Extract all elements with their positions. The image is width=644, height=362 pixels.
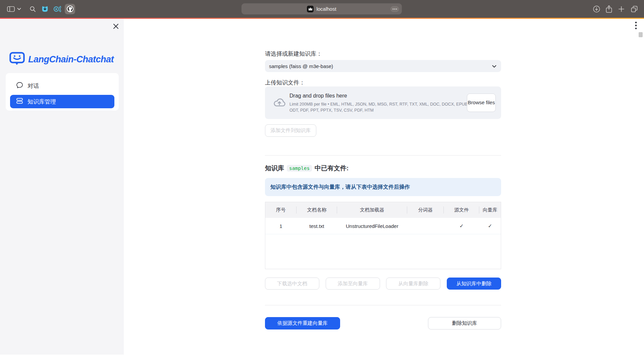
main-content: 请选择或新建知识库： samples (faiss @ m3e-base) 上传… [265, 0, 501, 362]
extension-circles-icon[interactable] [53, 5, 61, 13]
kb-files-heading: 知识库 samples 中已有文件: [265, 164, 348, 173]
kb-files-table: 序号 文档名称 文档加载器 分词器 源文件 向量库 1 test.txt Uns… [265, 202, 501, 269]
sidebar-toggle-icon[interactable] [7, 6, 15, 12]
extension-cat-icon[interactable] [41, 5, 49, 13]
divider [265, 305, 501, 305]
delete-from-kb-button[interactable]: 从知识库中删除 [447, 278, 501, 290]
logo-chat-icon [9, 52, 25, 67]
kb-name-code: samples [287, 165, 312, 172]
col-header-vectorstore: 向量库 [479, 202, 501, 218]
table-row[interactable]: 1 test.txt UnstructuredFileLoader ✓ ✓ [265, 218, 501, 234]
github-icon[interactable] [65, 4, 75, 14]
cell-sourcefile-check: ✓ [444, 218, 479, 234]
chevron-down-icon[interactable] [17, 8, 21, 10]
sidebar-close-icon[interactable] [111, 21, 120, 31]
file-dropzone[interactable]: Drag and drop files here Limit 200MB per… [265, 86, 501, 119]
cell-splitter [407, 218, 444, 234]
logo-text: LangChain-Chatchat [28, 54, 114, 65]
delete-from-vectorstore-button[interactable]: 从向量库删除 [386, 278, 440, 290]
divider [265, 155, 501, 156]
col-header-docname: 文档名称 [297, 202, 337, 218]
cell-index: 1 [265, 218, 297, 234]
upload-label: 上传知识文件： [265, 79, 305, 86]
col-header-loader: 文档加载器 [337, 202, 407, 218]
new-tab-icon[interactable] [618, 6, 625, 12]
rebuild-vectorstore-button[interactable]: 依据源文件重建向量库 [265, 317, 340, 329]
kb-select-label: 请选择或新建知识库： [265, 50, 322, 58]
dropzone-title: Drag and drop files here [289, 93, 347, 99]
col-header-index: 序号 [265, 202, 297, 218]
kb-selectbox[interactable]: samples (faiss @ m3e-base) [265, 60, 501, 72]
app-kebab-menu-icon[interactable] [632, 21, 640, 30]
search-icon[interactable] [30, 6, 36, 12]
col-header-splitter: 分词器 [407, 202, 444, 218]
screen: localhost LangChain-Chatchat [0, 0, 644, 362]
download-selected-button[interactable]: 下载选中文档 [265, 278, 319, 290]
cell-vectorstore-check: ✓ [479, 218, 501, 234]
knowledge-base-icon [16, 98, 23, 106]
scrollbar-thumb[interactable] [639, 32, 643, 37]
col-header-sourcefile: 源文件 [444, 202, 479, 218]
table-header-row: 序号 文档名称 文档加载器 分词器 源文件 向量库 [265, 202, 501, 218]
cell-loader: UnstructuredFileLoader [337, 218, 407, 234]
kb-files-heading-suffix: 中已有文件: [315, 164, 348, 173]
browse-files-button[interactable]: Browse files [467, 94, 496, 112]
dropzone-limit-text: Limit 200MB per file • EML, HTML, JSON, … [289, 102, 473, 113]
cloud-upload-icon [272, 97, 286, 109]
sidebar-item-label: 对话 [28, 82, 39, 90]
sidebar-item-kb-management[interactable]: 知识库管理 [10, 95, 114, 108]
cell-docname: test.txt [297, 218, 337, 234]
info-alert: 知识库中包含源文件与向量库，请从下表中选择文件后操作 [265, 178, 501, 196]
sidebar-nav: 对话 知识库管理 [6, 73, 119, 111]
sidebar: LangChain-Chatchat 对话 知识库管理 [0, 19, 124, 355]
info-alert-text: 知识库中包含源文件与向量库，请从下表中选择文件后操作 [270, 184, 410, 191]
chat-bubble-icon [16, 82, 23, 90]
download-icon[interactable] [593, 5, 600, 12]
app-logo: LangChain-Chatchat [9, 52, 114, 67]
show-tabs-icon[interactable] [631, 5, 638, 13]
sidebar-item-label: 知识库管理 [28, 98, 56, 106]
delete-kb-button[interactable]: 删除知识库 [428, 317, 501, 329]
add-to-vectorstore-button[interactable]: 添加至向量库 [326, 278, 380, 290]
sidebar-item-dialogue[interactable]: 对话 [10, 78, 114, 93]
select-chevron-icon [492, 63, 496, 69]
add-files-to-kb-button[interactable]: 添加文件到知识库 [265, 124, 316, 137]
kb-selected-value: samples (faiss @ m3e-base) [269, 63, 492, 69]
table-action-buttons: 下载选中文档 添加至向量库 从向量库删除 从知识库中删除 [265, 278, 501, 290]
kb-files-heading-prefix: 知识库 [265, 164, 284, 173]
share-icon[interactable] [606, 5, 612, 13]
